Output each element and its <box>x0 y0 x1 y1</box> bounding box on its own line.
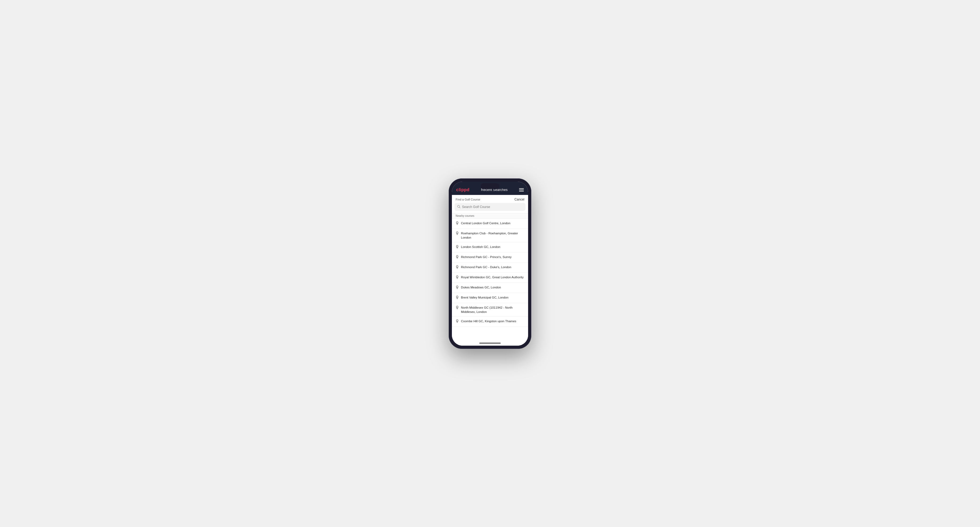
search-wrapper <box>452 203 528 213</box>
course-name: Roehampton Club - Roehampton, Greater Lo… <box>461 231 524 240</box>
search-box <box>455 203 525 211</box>
pin-icon <box>456 306 459 311</box>
course-name: Brent Valley Municipal GC, London <box>461 295 508 300</box>
course-name: Royal Wimbledon GC, Great London Authori… <box>461 275 523 279</box>
phone-frame: clippd Recent Searches Find a Golf Cours… <box>449 178 531 349</box>
find-label: Find a Golf Course <box>456 198 480 201</box>
list-item[interactable]: Royal Wimbledon GC, Great London Authori… <box>452 273 528 283</box>
hamburger-line-3 <box>519 191 524 192</box>
course-name: London Scottish GC, London <box>461 245 500 249</box>
find-header-row: Find a Golf Course Cancel <box>452 195 528 203</box>
pin-icon <box>456 245 459 250</box>
search-input[interactable] <box>462 205 523 209</box>
pin-icon <box>456 295 459 300</box>
main-content: Find a Golf Course Cancel Nearby courses <box>452 195 528 346</box>
pin-icon <box>456 319 459 324</box>
home-bar <box>479 343 501 343</box>
course-list: Central London Golf Centre, London Roeha… <box>452 219 528 341</box>
cancel-button[interactable]: Cancel <box>514 198 524 201</box>
list-item[interactable]: Richmond Park GC - Prince's, Surrey <box>452 252 528 263</box>
list-item[interactable]: Richmond Park GC - Duke's, London <box>452 263 528 273</box>
app-logo: clippd <box>456 187 469 192</box>
course-name: Central London Golf Centre, London <box>461 221 510 225</box>
list-item[interactable]: Roehampton Club - Roehampton, Greater Lo… <box>452 229 528 242</box>
nearby-section-label: Nearby courses <box>452 213 528 219</box>
pin-icon <box>456 221 459 226</box>
phone-screen: clippd Recent Searches Find a Golf Cours… <box>452 182 528 346</box>
pin-icon <box>456 232 459 236</box>
list-item[interactable]: Coombe Hill GC, Kingston upon Thames <box>452 317 528 327</box>
search-icon <box>457 205 460 209</box>
dynamic-island <box>480 183 500 189</box>
list-item[interactable]: Brent Valley Municipal GC, London <box>452 293 528 303</box>
hamburger-line-1 <box>519 188 524 189</box>
pin-icon <box>456 275 459 280</box>
course-name: Dukes Meadows GC, London <box>461 285 501 289</box>
list-item[interactable]: North Middlesex GC (1011942 - North Midd… <box>452 303 528 317</box>
pin-icon <box>456 286 459 290</box>
list-item[interactable]: London Scottish GC, London <box>452 242 528 252</box>
home-indicator <box>452 341 528 346</box>
hamburger-line-2 <box>519 190 524 190</box>
course-name: Coombe Hill GC, Kingston upon Thames <box>461 319 516 323</box>
hamburger-menu-icon[interactable] <box>519 188 524 192</box>
list-item[interactable]: Dukes Meadows GC, London <box>452 283 528 293</box>
svg-line-1 <box>459 207 460 208</box>
course-name: North Middlesex GC (1011942 - North Midd… <box>461 305 524 314</box>
pin-icon <box>456 255 459 260</box>
course-name: Richmond Park GC - Duke's, London <box>461 265 511 269</box>
course-name: Richmond Park GC - Prince's, Surrey <box>461 255 512 259</box>
list-item[interactable]: Central London Golf Centre, London <box>452 219 528 229</box>
pin-icon <box>456 265 459 270</box>
